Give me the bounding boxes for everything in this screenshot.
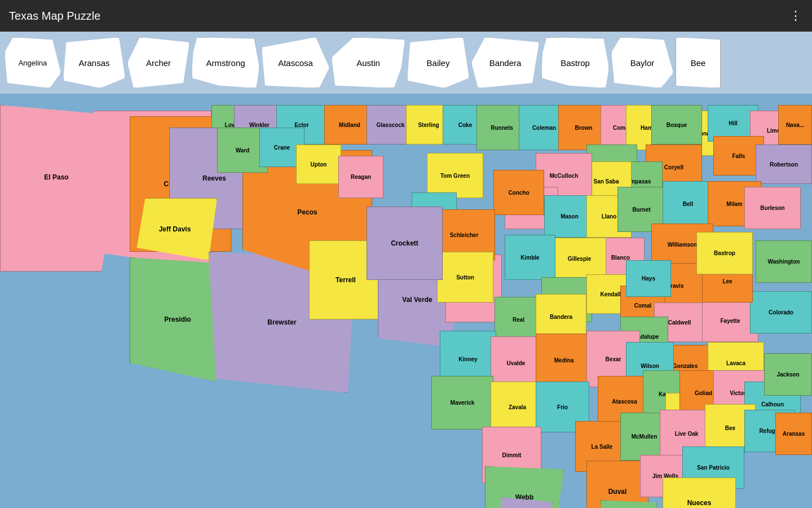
county-robertson: Robertson (756, 144, 812, 184)
county-upton: Upton (296, 144, 341, 184)
county-washington: Washington (756, 240, 812, 283)
county-jackson: Jackson (764, 353, 812, 396)
piece-baylor[interactable]: Baylor (611, 37, 673, 88)
county-crockett: Crockett (367, 207, 443, 280)
piece-archer[interactable]: Archer (127, 37, 189, 88)
county-medina: Medina (536, 334, 592, 387)
county-colorado: Colorado (750, 291, 812, 334)
piece-austin[interactable]: Austin (332, 37, 405, 88)
app-title: Texas Map Puzzle (9, 10, 100, 23)
county-maverick: Maverick (431, 376, 493, 430)
county-reagan: Reagan (338, 156, 383, 198)
county-aransas-co: Aransas (775, 413, 812, 455)
piece-bee[interactable]: Bee (676, 37, 721, 88)
county-gillespie: Gillespie (553, 238, 606, 280)
county-navarro: Nava... (778, 105, 812, 144)
county-hays: Hays (626, 260, 671, 297)
piece-atascosa[interactable]: Atascosa (262, 37, 329, 88)
county-concho: Concho (493, 170, 544, 215)
county-kimble: Kimble (505, 235, 555, 280)
piece-bandera[interactable]: Bandera (471, 37, 539, 88)
piece-armstrong[interactable]: Armstrong (192, 37, 259, 88)
county-nueces: Nueces (663, 478, 736, 508)
piece-bailey[interactable]: Bailey (407, 37, 469, 88)
menu-icon[interactable]: ⋮ (789, 8, 803, 23)
piece-aransas[interactable]: Aransas (63, 37, 125, 88)
county-bell: Bell (663, 181, 713, 226)
app-header: Texas Map Puzzle ⋮ (0, 0, 812, 32)
county-bosque: Bosque (651, 105, 702, 144)
county-tomgreen: Tom Green (427, 153, 483, 198)
pieces-bar: Angelina Aransas Archer Armstrong Atasco… (0, 32, 812, 94)
county-sutton: Sutton (437, 252, 493, 303)
county-burleson: Burleson (744, 187, 801, 229)
map-area: El Paso Hudspeth Culberson Loving Winkle… (0, 94, 812, 508)
county-bastrop-co: Bastrop (696, 232, 753, 274)
piece-angelina[interactable]: Angelina (5, 37, 61, 88)
county-bandera-co: Bandera (536, 294, 586, 339)
piece-bastrop[interactable]: Bastrop (541, 37, 609, 88)
